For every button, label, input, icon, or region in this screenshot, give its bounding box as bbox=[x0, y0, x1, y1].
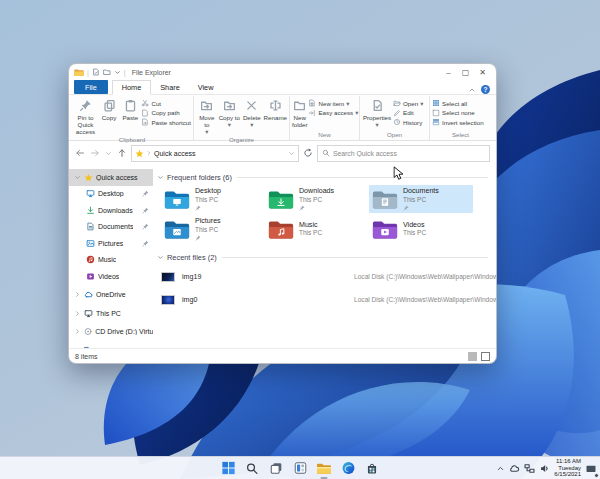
address-dropdown-icon[interactable] bbox=[288, 150, 295, 157]
tab-share[interactable]: Share bbox=[151, 81, 188, 94]
new-folder-button[interactable]: New folder bbox=[292, 96, 307, 128]
recent-locations-dropdown-icon[interactable] bbox=[105, 150, 112, 157]
sidebar-item-this-pc[interactable]: This PC bbox=[69, 305, 153, 322]
edit-button[interactable]: Edit bbox=[393, 109, 423, 117]
folder-tile-desktop[interactable]: Desktop This PC bbox=[161, 185, 265, 213]
paste-shortcut-button[interactable]: Paste shortcut bbox=[141, 118, 191, 126]
select-none-button[interactable]: Select none bbox=[432, 109, 484, 117]
recent-file-row[interactable]: img0 Local Disk (C:)\Windows\Web\Wallpap… bbox=[161, 288, 488, 311]
collapse-chevron-icon[interactable] bbox=[157, 254, 164, 261]
search-button[interactable] bbox=[244, 460, 261, 477]
back-button[interactable] bbox=[75, 148, 85, 158]
notification-badge bbox=[594, 473, 599, 478]
history-button[interactable]: History bbox=[393, 118, 423, 126]
group-label-select: Select bbox=[432, 130, 489, 140]
invert-selection-button[interactable]: Invert selection bbox=[432, 118, 484, 126]
sidebar-item-desktop[interactable]: Desktop bbox=[69, 186, 153, 203]
collapse-chevron-icon[interactable] bbox=[157, 174, 164, 181]
chevron-right-icon[interactable] bbox=[74, 310, 81, 317]
large-icons-view-button[interactable] bbox=[481, 352, 490, 361]
tab-view[interactable]: View bbox=[189, 81, 223, 94]
rename-button[interactable]: Rename bbox=[264, 96, 287, 121]
copy-button[interactable]: Copy bbox=[99, 96, 119, 121]
quick-access-star-icon bbox=[135, 149, 144, 158]
folder-tile-downloads[interactable]: Downloads This PC bbox=[265, 185, 369, 213]
cut-button[interactable]: Cut bbox=[141, 99, 191, 107]
minimize-button[interactable]: – bbox=[440, 65, 457, 79]
move-to-button[interactable]: Move to▾ bbox=[196, 96, 218, 135]
tab-file[interactable]: File bbox=[74, 80, 108, 94]
new-item-button[interactable]: New item▾ bbox=[308, 99, 358, 107]
properties-icon bbox=[371, 99, 384, 112]
volume-icon[interactable] bbox=[539, 463, 550, 474]
qat-new-folder-icon[interactable] bbox=[103, 68, 111, 76]
onedrive-icon[interactable] bbox=[509, 463, 520, 474]
move-to-icon bbox=[200, 99, 213, 112]
details-view-button[interactable] bbox=[468, 352, 477, 361]
easy-access-button[interactable]: Easy access▾ bbox=[308, 109, 358, 117]
sidebar-item-videos[interactable]: Videos bbox=[69, 268, 153, 285]
taskbar: 11:16 AM Tuesday 6/15/2021 bbox=[0, 456, 600, 479]
folder-tile-videos[interactable]: Videos This PC bbox=[369, 215, 473, 243]
copy-to-button[interactable]: Copy to▾ bbox=[219, 96, 241, 128]
content-pane: Frequent folders (6) Desktop This PC bbox=[153, 165, 496, 348]
minimize-ribbon-icon[interactable] bbox=[468, 86, 476, 94]
chevron-down-icon[interactable] bbox=[74, 174, 81, 181]
copy-path-button[interactable]: Copy path bbox=[141, 109, 191, 117]
sidebar-item-music[interactable]: Music bbox=[69, 252, 153, 269]
address-bar[interactable]: Quick access bbox=[131, 145, 299, 162]
qat-customize-dropdown-icon[interactable] bbox=[114, 69, 121, 76]
pin-icon bbox=[299, 205, 305, 211]
folder-tile-pictures[interactable]: Pictures This PC bbox=[161, 215, 265, 243]
widgets-button[interactable] bbox=[292, 460, 309, 477]
sidebar-item-downloads[interactable]: Downloads bbox=[69, 202, 153, 219]
qat-properties-icon[interactable] bbox=[92, 68, 100, 76]
status-bar: 8 items bbox=[69, 348, 496, 363]
close-button[interactable]: ✕ bbox=[474, 65, 491, 79]
recent-file-row[interactable]: img19 Local Disk (C:)\Windows\Web\Wallpa… bbox=[161, 265, 488, 288]
start-icon bbox=[221, 461, 235, 475]
tray-date: 6/15/2021 bbox=[554, 471, 581, 478]
forward-button[interactable] bbox=[90, 148, 100, 158]
maximize-button[interactable]: ▢ bbox=[457, 65, 474, 79]
start-button[interactable] bbox=[220, 460, 237, 477]
sidebar-item-onedrive[interactable]: OneDrive bbox=[69, 287, 153, 304]
video-icon bbox=[86, 272, 95, 281]
frequent-folders-header[interactable]: Frequent folders (6) bbox=[157, 173, 488, 182]
select-all-button[interactable]: Select all bbox=[432, 99, 484, 107]
task-view-button[interactable] bbox=[268, 460, 285, 477]
properties-button[interactable]: Properties▾ bbox=[362, 96, 392, 128]
search-box[interactable] bbox=[317, 145, 490, 162]
copy-to-icon bbox=[223, 99, 236, 112]
titlebar[interactable]: | | File Explorer – ▢ ✕ bbox=[69, 64, 496, 80]
edge-icon bbox=[341, 461, 355, 475]
notifications-button[interactable] bbox=[585, 459, 597, 477]
folder-tile-documents[interactable]: Documents This PC bbox=[369, 185, 473, 213]
image-thumbnail bbox=[161, 295, 175, 305]
search-input[interactable] bbox=[333, 150, 485, 157]
edge-button[interactable] bbox=[340, 460, 357, 477]
sidebar-item-cd-drive[interactable]: CD Drive (D:) Virtual bbox=[69, 324, 153, 341]
sidebar-item-pictures[interactable]: Pictures bbox=[69, 235, 153, 252]
folder-tile-music[interactable]: Music This PC bbox=[265, 215, 369, 243]
network-icon[interactable] bbox=[524, 463, 535, 474]
paste-button[interactable]: Paste bbox=[120, 96, 140, 121]
delete-button[interactable]: Delete▾ bbox=[241, 96, 263, 128]
sidebar-item-quick-access[interactable]: Quick access bbox=[69, 169, 153, 186]
invert-selection-icon bbox=[432, 118, 440, 126]
up-button[interactable] bbox=[117, 148, 127, 158]
store-button[interactable] bbox=[364, 460, 381, 477]
chevron-right-icon[interactable] bbox=[74, 328, 81, 335]
chevron-right-icon[interactable] bbox=[74, 291, 81, 298]
pin-icon bbox=[142, 207, 149, 214]
clock[interactable]: 11:16 AM Tuesday 6/15/2021 bbox=[554, 458, 581, 479]
open-button[interactable]: Open▾ bbox=[393, 99, 423, 107]
file-explorer-button[interactable] bbox=[316, 460, 333, 477]
pin-to-quick-access-button[interactable]: Pin to Quick access bbox=[73, 96, 98, 135]
recent-files-header[interactable]: Recent files (2) bbox=[157, 253, 488, 262]
sidebar-item-documents[interactable]: Documents bbox=[69, 219, 153, 236]
chevron-up-icon[interactable] bbox=[496, 464, 505, 473]
tab-home[interactable]: Home bbox=[112, 80, 151, 95]
refresh-button[interactable] bbox=[303, 148, 313, 158]
help-button[interactable]: ? bbox=[481, 85, 490, 94]
